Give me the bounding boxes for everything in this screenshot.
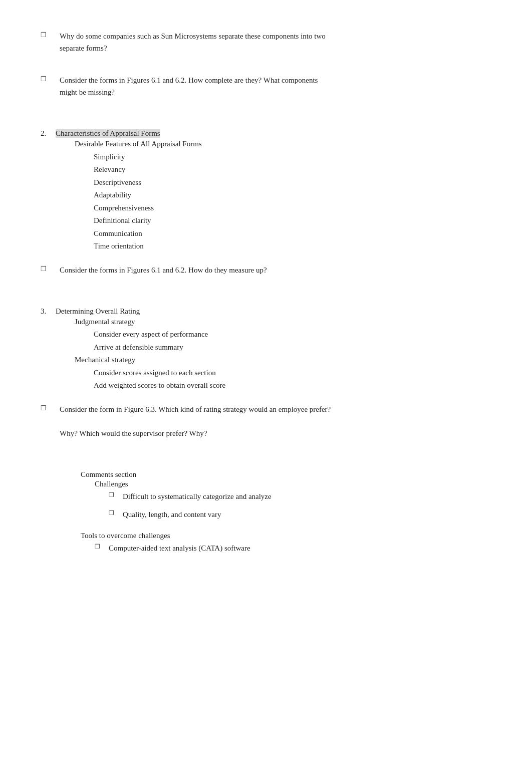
section-2-sub1-title: Desirable Features of All Appraisal Form…: [75, 138, 491, 151]
page-content: ❒ Why do some companies such as Sun Micr…: [41, 30, 491, 554]
bullet-middle: ❒ Consider the forms in Figures 6.1 and …: [41, 264, 491, 276]
challenge-1-text: Difficult to systematically categorize a…: [123, 490, 491, 502]
bullet-middle-text: Consider the forms in Figures 6.1 and 6.…: [60, 264, 491, 276]
challenge-2: ❒ Quality, length, and content vary: [109, 508, 491, 520]
section-3-sub1-item1: Consider every aspect of performance: [94, 328, 491, 341]
bullet-item-2: ❒ Consider the forms in Figures 6.1 and …: [41, 74, 491, 98]
bullet-rating-line1: Consider the form in Figure 6.3. Which k…: [60, 405, 331, 413]
challenge-2-icon: ❒: [109, 509, 123, 516]
section-2-sub1-relevancy: Relevancy: [94, 163, 491, 176]
spacer-4: [41, 253, 491, 264]
tool-1-icon: ❒: [95, 543, 109, 550]
bullet-1-line2: separate forms?: [60, 44, 107, 52]
bullet-1-line1: Why do some companies such as Sun Micros…: [60, 32, 326, 40]
spacer-9: [41, 459, 491, 470]
bullet-middle-icon: ❒: [41, 265, 60, 273]
section-3-sub2-item1: Consider scores assigned to each section: [94, 367, 491, 380]
section-2-number: 2.: [41, 129, 56, 138]
section-3-sub1-item2: Arrive at defensible summary: [94, 341, 491, 354]
section-2-sub1-comprehensiveness: Comprehensiveness: [94, 202, 491, 215]
section-2-sub1-adaptability: Adaptability: [94, 189, 491, 202]
bullet-rating-text: Consider the form in Figure 6.3. Which k…: [60, 403, 491, 439]
section-2-sub1-descriptiveness: Descriptiveness: [94, 176, 491, 189]
spacer-3: [41, 118, 491, 129]
section-3-sub2-item2: Add weighted scores to obtain overall sc…: [94, 379, 491, 392]
section-3-sub2-title: Mechanical strategy: [75, 354, 491, 367]
spacer-8: [41, 448, 491, 459]
tools-block: Tools to overcome challenges ❒ Computer-…: [81, 532, 491, 554]
section-3-number: 3.: [41, 307, 56, 316]
section-2-sub1-simplicity: Simplicity: [94, 151, 491, 164]
spacer-2: [41, 107, 491, 118]
spacer-5: [41, 285, 491, 296]
bullet-2-line1: Consider the forms in Figures 6.1 and 6.…: [60, 76, 318, 84]
comments-section: Comments section Challenges ❒ Difficult …: [81, 470, 491, 554]
section-2-sub1-definitional: Definitional clarity: [94, 214, 491, 227]
challenges-block: Challenges ❒ Difficult to systematically…: [95, 480, 491, 520]
challenges-title: Challenges: [95, 480, 491, 488]
bullet-text-2: Consider the forms in Figures 6.1 and 6.…: [60, 74, 491, 98]
bullet-item-1: ❒ Why do some companies such as Sun Micr…: [41, 30, 491, 54]
section-2: 2. Characteristics of Appraisal Forms De…: [41, 129, 491, 253]
spacer-7: [41, 392, 491, 403]
challenge-2-text: Quality, length, and content vary: [123, 508, 491, 520]
challenge-1-icon: ❒: [109, 491, 123, 498]
tools-title: Tools to overcome challenges: [81, 532, 491, 540]
challenge-1: ❒ Difficult to systematically categorize…: [109, 490, 491, 502]
bullet-icon-2: ❒: [41, 75, 60, 83]
bullet-2-line2: might be missing?: [60, 88, 115, 96]
section-3-title: Determining Overall Rating: [56, 307, 140, 315]
tool-1: ❒ Computer-aided text analysis (CATA) so…: [95, 542, 491, 554]
bullet-rating: ❒ Consider the form in Figure 6.3. Which…: [41, 403, 491, 439]
section-2-title: Characteristics of Appraisal Forms: [56, 129, 160, 137]
section-3-body: Determining Overall Rating Judgmental st…: [56, 307, 491, 392]
section-3: 3. Determining Overall Rating Judgmental…: [41, 307, 491, 392]
section-3-sub1-title: Judgmental strategy: [75, 316, 491, 329]
section-2-sub1-time: Time orientation: [94, 240, 491, 253]
bullet-rating-line2: Why? Which would the supervisor prefer? …: [60, 429, 207, 437]
spacer-1: [41, 63, 491, 74]
section-2-body: Characteristics of Appraisal Forms Desir…: [56, 129, 491, 253]
bullet-icon-1: ❒: [41, 31, 60, 39]
spacer-10: [81, 527, 491, 532]
bullet-text-1: Why do some companies such as Sun Micros…: [60, 30, 491, 54]
tool-1-text: Computer-aided text analysis (CATA) soft…: [109, 542, 491, 554]
spacer-6: [41, 296, 491, 307]
bullet-rating-icon: ❒: [41, 404, 60, 412]
comments-title: Comments section: [81, 470, 491, 479]
section-2-sub1-communication: Communication: [94, 227, 491, 240]
